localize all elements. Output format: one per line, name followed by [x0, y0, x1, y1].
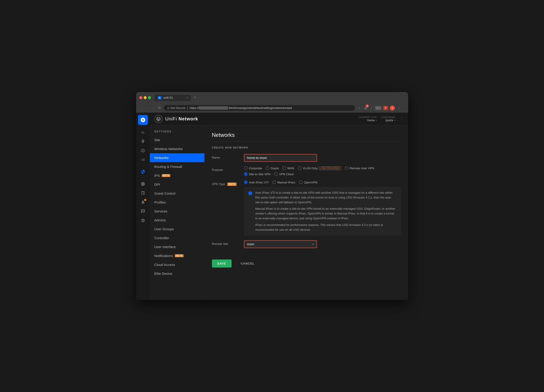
sidebar-item-profiles[interactable]: Profiles — [150, 198, 204, 207]
vpn-openvpn[interactable]: OpenVPN — [299, 180, 317, 184]
vpn-client-radio[interactable] — [274, 172, 278, 176]
main-area: UniFi Network CURRENT SITE home ▾ USERNA… — [150, 113, 408, 300]
sidebar-item-cloud-access[interactable]: Cloud Access — [150, 260, 204, 269]
wc-icon[interactable]: WC — [375, 106, 381, 110]
extension-icon[interactable]: ⊞ 6 — [363, 105, 368, 111]
name-input[interactable] — [244, 154, 317, 162]
vpn-manual-ipsec[interactable]: Manual IPsec — [272, 180, 295, 184]
usw-required-badge: USW REQUIRED — [319, 166, 341, 170]
maximize-traffic-light[interactable] — [148, 96, 151, 99]
user-avatar-nav[interactable]: T — [390, 106, 395, 111]
new-tab-button[interactable]: + — [192, 94, 198, 101]
sidebar-icon-info[interactable] — [139, 180, 147, 188]
header-more-icon[interactable]: ⋮ — [400, 117, 403, 121]
ubiquiti-logo-button[interactable] — [138, 115, 148, 125]
sidebar-item-ips[interactable]: IPS BETA — [150, 171, 204, 180]
address-bar[interactable]: ⚠ Not Secure | https://──────────────:84… — [164, 105, 355, 111]
bell-badge — [144, 199, 146, 201]
sidebar-icon-settings[interactable] — [139, 216, 147, 225]
purpose-vlan-only[interactable]: VLAN Only USW REQUIRED — [298, 166, 341, 170]
share-icon[interactable]: ⤴ — [370, 105, 373, 111]
sidebar-item-dpi[interactable]: DPI — [150, 180, 204, 189]
nav-item-wrapper-cloud: Cloud Access — [150, 260, 204, 269]
sidebar-item-notifications[interactable]: Notifications BETA — [150, 251, 204, 260]
back-button[interactable]: ← — [142, 106, 148, 111]
sidebar-item-user-interface[interactable]: User Interface — [150, 242, 204, 251]
sidebar-item-guest-control[interactable]: Guest Control — [150, 189, 204, 198]
purpose-corporate[interactable]: Corporate — [244, 166, 262, 170]
purpose-form-control: Corporate Guest WAN — [244, 166, 401, 176]
bookmark-icon[interactable]: ☆ — [357, 105, 361, 111]
tab-close-button[interactable]: × — [186, 96, 188, 99]
svg-point-0 — [156, 117, 160, 121]
sidebar-item-user-groups[interactable]: User Groups — [150, 225, 204, 233]
sidebar-icon-stats[interactable] — [139, 128, 147, 136]
vlan-radio[interactable] — [298, 166, 302, 170]
sidebar-item-networks[interactable]: Networks — [150, 153, 204, 162]
wan-radio[interactable] — [282, 166, 286, 170]
vpn-info-box: Auto IPsec VTI is to create a site-to-si… — [244, 187, 401, 236]
refresh-button[interactable]: ↻ — [157, 105, 162, 111]
sidebar-icon-list[interactable] — [139, 155, 147, 164]
remote-site-form-row: Remote Site mom ▾ — [212, 240, 401, 248]
sidebar-item-services[interactable]: Services — [150, 207, 204, 216]
forward-button[interactable]: → — [150, 106, 155, 111]
sidebar-item-admins[interactable]: Admins — [150, 216, 204, 225]
nav-item-wrapper-routing: Routing & Firewall — [150, 162, 204, 171]
pinterest-icon[interactable]: P — [383, 106, 388, 110]
sidebar-item-routing-firewall[interactable]: Routing & Firewall — [150, 162, 204, 171]
cancel-button[interactable]: CANCEL — [235, 260, 260, 267]
sidebar-icon-chat[interactable] — [139, 207, 147, 215]
sidebar-item-wireless-networks[interactable]: Wireless Networks — [150, 144, 204, 153]
browser-controls: u unifi-01 × + — [139, 94, 405, 101]
current-site-selector[interactable]: CURRENT SITE home ▾ — [359, 116, 377, 122]
purpose-vpn-client[interactable]: VPN Client — [274, 172, 294, 176]
username-selector[interactable]: USERNAME tynick ▾ — [381, 116, 395, 122]
nav-item-wrapper-dpi: DPI — [150, 180, 204, 189]
section-title: CREATE NEW NETWORK — [212, 146, 401, 149]
nav-item-wrapper-services: Services — [150, 207, 204, 216]
nav-item-wrapper-admins: Admins — [150, 216, 204, 225]
sidebar-item-site[interactable]: Site — [150, 136, 204, 144]
browser-nav-icons: ☆ ⊞ 6 ⤴ WC P T ⋮ — [357, 105, 402, 111]
nav-item-wrapper-notifications: Notifications BETA — [150, 251, 204, 260]
sidebar-icon-shield[interactable] — [139, 168, 147, 176]
unifi-logo-icon — [156, 117, 161, 121]
guest-radio[interactable] — [266, 166, 269, 170]
site-to-site-radio[interactable] — [244, 172, 248, 176]
sidebar-item-controller[interactable]: Controller — [150, 233, 204, 242]
browser-titlebar: u unifi-01 × + ← → ↻ ⚠ Not Secure | http… — [136, 92, 408, 113]
browser-window: u unifi-01 × + ← → ↻ ⚠ Not Secure | http… — [136, 92, 408, 300]
save-button[interactable]: SAVE — [212, 260, 231, 267]
sidebar-icon-map[interactable] — [139, 137, 147, 146]
remote-vpn-radio[interactable] — [345, 166, 348, 170]
purpose-site-to-site[interactable]: Site-to-Site VPN — [244, 172, 271, 176]
purpose-wan[interactable]: WAN — [282, 166, 294, 170]
main-content: Networks CREATE NEW NETWORK Name Purpose — [205, 125, 408, 300]
openvpn-radio[interactable] — [299, 180, 303, 184]
remote-site-label: Remote Site — [212, 240, 239, 246]
remote-site-select[interactable]: mom ▾ — [244, 240, 317, 248]
favicon-letter: u — [159, 96, 160, 99]
corporate-radio[interactable] — [244, 166, 248, 170]
purpose-guest[interactable]: Guest — [266, 166, 279, 170]
tab-favicon: u — [158, 96, 161, 100]
close-traffic-light[interactable] — [139, 96, 142, 99]
sidebar-icon-calendar[interactable] — [139, 189, 147, 197]
browser-tab[interactable]: u unifi-01 × — [155, 95, 191, 101]
vpn-auto-ipsec[interactable]: Auto IPsec VTI — [244, 180, 269, 184]
name-form-control — [244, 154, 401, 162]
nav-item-wrapper-wireless: Wireless Networks — [150, 144, 204, 153]
auto-ipsec-radio[interactable] — [244, 180, 248, 184]
nav-item-wrapper-site: Site — [150, 136, 204, 144]
vpn-type-form-control: Auto IPsec VTI Manual IPsec OpenVPN — [244, 180, 401, 236]
manual-ipsec-radio[interactable] — [272, 180, 276, 184]
browser-more-icon[interactable]: ⋮ — [397, 105, 402, 111]
ubiquiti-icon — [140, 117, 146, 123]
purpose-remote-user-vpn[interactable]: Remote User VPN — [345, 166, 374, 170]
nav-item-wrapper-networks: Networks — [150, 153, 204, 162]
minimize-traffic-light[interactable] — [144, 96, 147, 99]
sidebar-item-elite-device[interactable]: Elite Device — [150, 269, 204, 278]
sidebar-icon-target[interactable] — [139, 146, 147, 155]
sidebar-icon-bell[interactable] — [139, 198, 147, 206]
